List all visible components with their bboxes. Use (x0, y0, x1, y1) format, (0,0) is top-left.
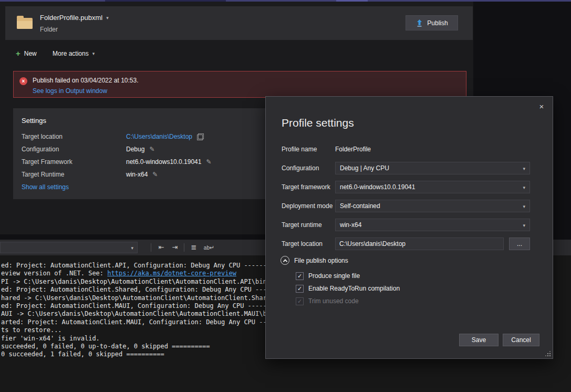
cancel-button[interactable]: Cancel (503, 334, 539, 346)
see-logs-link[interactable]: See logs in Output window (33, 87, 107, 95)
field-row-target-runtime: Target runtime win-x64 ▾ (282, 219, 547, 231)
check-icon: ✓ (297, 286, 302, 292)
word-wrap-ab: ab (204, 245, 210, 251)
field-row-target-framework: Target framework net6.0-windows10.0.1904… (282, 181, 547, 193)
chevron-down-icon: ▾ (131, 245, 133, 251)
checkbox-row: ✓ Enable ReadyToRun compilation (296, 284, 400, 293)
save-button[interactable]: Save (459, 334, 499, 346)
chevron-down-icon: ▾ (92, 51, 95, 56)
configuration-combobox[interactable]: Debug | Any CPU ▾ (335, 162, 530, 174)
publish-button-label: Publish (427, 19, 448, 27)
chevron-up-icon (281, 256, 289, 265)
publish-icon (416, 19, 423, 27)
settings-heading: Settings (22, 117, 46, 125)
new-button-label: New (24, 50, 37, 57)
profile-name-value: FolderProfile (335, 143, 371, 156)
plus-icon: + (16, 50, 20, 57)
setting-label: Target location (22, 133, 126, 140)
combobox-value: win-x64 (340, 219, 361, 231)
checkbox-row: ✓ Produce single file (296, 271, 360, 281)
return-arrow-icon: ↵ (210, 244, 214, 251)
clear-all-icon[interactable]: ≣ (188, 242, 200, 253)
field-label: Target location (282, 238, 335, 250)
setting-label: Configuration (22, 146, 126, 153)
dialog-title: Profile settings (282, 117, 354, 129)
deployment-mode-combobox[interactable]: Self-contained ▾ (335, 200, 530, 212)
publish-profile-header: FolderProfile.pubxml ▾ Folder Publish (5, 6, 473, 40)
profile-selector[interactable]: FolderProfile.pubxml ▾ (40, 14, 109, 22)
checkbox-label: Enable ReadyToRun compilation (308, 285, 400, 292)
combobox-value: net6.0-windows10.0.19041 (340, 181, 415, 193)
show-output-from-combobox[interactable]: ▾ (0, 242, 138, 253)
field-row-profile-name: Profile name FolderProfile (282, 143, 547, 156)
check-icon: ✓ (297, 298, 302, 304)
setting-value: win-x64 (126, 171, 148, 178)
toolbar-separator (184, 243, 184, 252)
combobox-value: Self-contained (340, 200, 380, 212)
chevron-down-icon: ▾ (523, 223, 525, 228)
word-wrap-icon[interactable]: ab↵ (202, 242, 216, 253)
output-line-text: eview version of .NET. See: (1, 270, 107, 277)
checkbox-row: ✓ Trim unused code (296, 296, 359, 306)
setting-value: net6.0-windows10.0.19041 (126, 158, 201, 166)
field-label: Deployment mode (282, 200, 335, 212)
field-row-configuration: Configuration Debug | Any CPU ▾ (282, 162, 547, 174)
target-framework-combobox[interactable]: net6.0-windows10.0.19041 ▾ (335, 181, 530, 193)
setting-row-target-runtime: Target Runtime win-x64 ✎ (22, 170, 158, 179)
copy-icon[interactable] (197, 133, 204, 140)
field-label: Target runtime (282, 219, 335, 231)
chevron-down-icon: ▾ (523, 185, 525, 190)
edit-icon[interactable]: ✎ (149, 146, 154, 153)
edit-icon[interactable]: ✎ (206, 158, 211, 166)
setting-row-target-location: Target location C:\Users\danis\Desktop (22, 132, 204, 141)
trim-unused-code-checkbox: ✓ (296, 297, 304, 305)
chevron-down-icon: ▾ (523, 204, 525, 209)
expander-label: File publish options (294, 257, 348, 264)
chevron-down-icon: ▾ (523, 166, 525, 171)
new-profile-button[interactable]: + New (16, 50, 37, 57)
publish-failed-banner: × Publish failed on 03/04/2022 at 10:53.… (13, 71, 466, 98)
profile-type-label: Folder (40, 26, 58, 33)
target-runtime-combobox[interactable]: win-x64 ▾ (335, 219, 530, 231)
field-label: Target framework (282, 181, 335, 193)
dotnet-preview-link[interactable]: https://aka.ms/dotnet-core-preview (107, 270, 236, 277)
goto-previous-message-icon[interactable]: ⇤ (155, 242, 167, 253)
enable-readytorun-checkbox[interactable]: ✓ (296, 285, 304, 293)
browse-button[interactable]: ... (509, 238, 530, 250)
folder-icon (17, 18, 33, 29)
field-row-deployment-mode: Deployment mode Self-contained ▾ (282, 200, 547, 212)
setting-row-target-framework: Target Framework net6.0-windows10.0.1904… (22, 157, 212, 167)
publish-button[interactable]: Publish (406, 15, 458, 30)
check-icon: ✓ (297, 273, 302, 279)
close-icon[interactable]: × (536, 101, 547, 112)
setting-label: Target Runtime (22, 171, 126, 178)
error-message: Publish failed on 03/04/2022 at 10:53. (33, 77, 139, 84)
more-actions-button[interactable]: More actions ▾ (53, 50, 95, 57)
target-location-input[interactable] (335, 238, 504, 250)
show-all-settings-link[interactable]: Show all settings (22, 183, 69, 191)
checkbox-label: Produce single file (308, 272, 360, 280)
profile-name: FolderProfile.pubxml (40, 14, 102, 22)
combobox-value: Debug | Any CPU (340, 162, 389, 174)
edit-icon[interactable]: ✎ (152, 171, 158, 178)
setting-value: Debug (126, 146, 144, 153)
toolbar-separator (151, 243, 151, 252)
field-label: Profile name (282, 143, 335, 156)
profile-settings-dialog: × Profile settings Profile name FolderPr… (265, 96, 553, 359)
resize-grip[interactable] (545, 351, 551, 356)
file-publish-options-expander[interactable]: File publish options (281, 256, 348, 265)
field-row-target-location: Target location ... (282, 238, 547, 250)
more-actions-label: More actions (53, 50, 89, 57)
chevron-down-icon: ▾ (106, 15, 109, 20)
setting-row-configuration: Configuration Debug ✎ (22, 145, 154, 154)
error-icon: × (19, 77, 27, 85)
setting-label: Target Framework (22, 158, 126, 166)
target-location-link[interactable]: C:\Users\danis\Desktop (126, 133, 192, 140)
produce-single-file-checkbox[interactable]: ✓ (296, 272, 304, 280)
checkbox-label: Trim unused code (308, 297, 359, 305)
field-label: Configuration (282, 162, 335, 174)
goto-next-message-icon[interactable]: ⇥ (169, 242, 181, 253)
